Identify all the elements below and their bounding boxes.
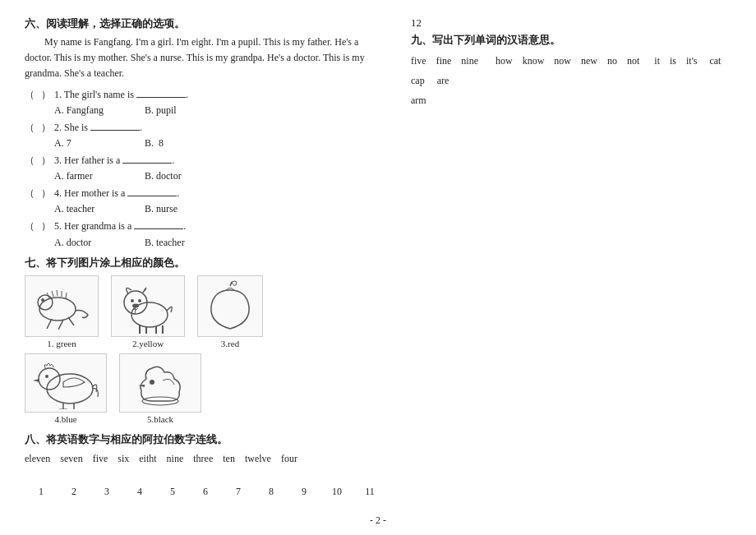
svg-line-7 [66,293,67,298]
svg-point-14 [138,299,141,302]
q2-optB: B. 8 [145,137,210,150]
svg-point-2 [41,298,44,302]
apple-image [197,275,263,337]
image-item-blue: 4.blue [25,353,107,424]
svg-point-15 [132,304,139,308]
svg-point-29 [150,380,154,385]
q4-optA: A. teacher [54,203,120,215]
q4-text: 4. Her mother is a . [54,186,179,201]
num-6: 6 [189,486,222,498]
svg-point-22 [39,368,60,390]
arabic-numbers-row: 1 2 3 4 5 6 7 8 9 10 11 [25,486,386,498]
q4-answers: A. teacher B. nurse [54,203,386,215]
num-5: 5 [156,486,189,498]
q2-bracket: （ [25,120,41,136]
q3-optB: B. doctor [145,170,210,182]
label-red: 3.red [221,339,239,348]
question-2-row: （ ） 2. She is . [25,120,386,136]
image-item-yellow: 2.yellow [111,275,185,348]
question-5-row: （ ） 5. Her grandma is a . [25,219,386,234]
image-item-green: 1. green [25,275,99,348]
q5-bracket-close: ） [41,219,51,234]
q3-answers: A. farmer B. doctor [54,170,386,182]
section-nine-title: 九、写出下列单词的汉语意思。 [411,33,731,48]
q5-optB: B. teacher [145,237,210,249]
num-4: 4 [123,486,156,498]
q3-optA: A. farmer [54,170,120,182]
q2-answers: A. 7 B. 8 [54,137,386,150]
black-image [119,353,201,413]
page-number-top: 12 [411,16,731,30]
q3-bracket: （ [25,153,41,168]
reading-passage: My name is Fangfang. I'm a girl. I'm eig… [25,35,386,82]
image-item-black: 5.black [119,353,201,424]
right-column: 12 九、写出下列单词的汉语意思。 five fine nine how kno… [411,16,731,498]
svg-line-9 [58,320,63,330]
svg-point-1 [38,295,53,310]
images-row-1: 1. green [25,275,386,348]
section-eight: 八、将英语数字与相应的阿拉伯数字连线。 eleven seven five si… [25,432,386,499]
num-1: 1 [25,486,58,498]
svg-line-4 [52,291,53,297]
num-9: 9 [288,486,320,498]
section-six-title: 六、阅读理解，选择正确的选项。 [25,16,386,31]
dog-image [111,275,185,337]
q2-bracket-close: ） [41,120,51,136]
vocab-words-line1: five fine nine how know now new no not i… [411,51,731,90]
svg-line-5 [57,290,58,296]
q5-text: 5. Her grandma is a . [54,219,186,234]
left-column: 六、阅读理解，选择正确的选项。 My name is Fangfang. I'm… [25,16,386,498]
label-yellow: 2.yellow [132,339,164,348]
q5-answers: A. doctor B. teacher [54,237,386,249]
label-black: 5.black [147,414,173,424]
images-row-2: 4.blue [25,353,386,424]
q4-bracket: （ [25,186,41,201]
q5-optA: A. doctor [54,237,120,249]
q4-optB: B. nurse [145,203,210,215]
question-4-row: （ ） 4. Her mother is a . [25,186,386,201]
num-10: 10 [320,486,353,498]
section-eight-title: 八、将英语数字与相应的阿拉伯数字连线。 [25,432,386,447]
q1-text: 1. The girl's name is . [54,87,188,103]
q1-answers: A. Fangfang B. pupil [54,104,386,117]
num-11: 11 [353,486,386,498]
q5-bracket: （ [25,219,41,234]
num-8: 8 [255,486,288,498]
num-3: 3 [90,486,123,498]
section-seven: 七、将下列图片涂上相应的颜色。 [25,256,386,424]
svg-point-13 [131,299,134,302]
num-7: 7 [222,486,255,498]
english-words-row: eleven seven five six eitht nine three t… [25,450,386,468]
question-1-row: （ ） 1. The girl's name is . [25,87,386,103]
q1-optB: B. pupil [145,104,210,117]
q1-bracket: （ [25,87,41,103]
lizard-image [25,275,99,337]
num-2: 2 [58,486,90,498]
q4-bracket-close: ） [41,186,51,201]
section-seven-title: 七、将下列图片涂上相应的颜色。 [25,256,386,270]
q2-optA: A. 7 [54,137,120,150]
page-indicator: - 2 - [25,514,731,527]
vocab-word-arm: arm [411,90,731,110]
svg-point-0 [39,297,76,321]
label-blue: 4.blue [54,414,76,424]
svg-point-23 [45,375,48,378]
section-six: 六、阅读理解，选择正确的选项。 My name is Fangfang. I'm… [25,16,386,249]
q1-bracket-close: ） [41,87,51,103]
question-3-row: （ ） 3. Her father is a . [25,153,386,168]
q1-optA: A. Fangfang [54,104,120,117]
q2-text: 2. She is . [54,120,142,136]
bird-image [25,353,107,413]
svg-line-8 [47,319,52,329]
q3-text: 3. Her father is a . [54,153,174,168]
q3-bracket-close: ） [41,153,51,168]
svg-line-10 [68,317,74,325]
image-item-red: 3.red [197,275,263,348]
label-green: 1. green [47,339,76,348]
